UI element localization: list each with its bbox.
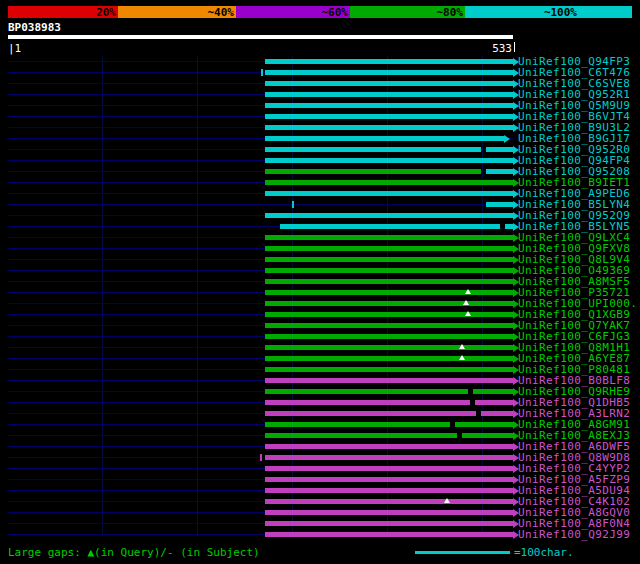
hit-bar-segment[interactable] <box>265 169 480 174</box>
hit-start-tick <box>260 454 262 461</box>
grid-line <box>102 56 103 536</box>
query-gap-triangle-icon <box>459 355 465 360</box>
query-gap-triangle-icon <box>444 498 450 503</box>
gap-block <box>457 433 462 438</box>
hit-bar-segment[interactable] <box>265 455 513 460</box>
query-gap-triangle-icon <box>463 300 469 305</box>
blast-overview-screen: 20%~40%~60%~80%~100% BP038983 |1 533 Uni… <box>0 0 640 564</box>
hit-bar-segment[interactable] <box>265 59 513 64</box>
gap-block <box>476 411 481 416</box>
hit-bar-segment[interactable] <box>265 191 513 196</box>
hit-bar-segment[interactable] <box>265 499 513 504</box>
hit-bar-segment[interactable] <box>265 213 513 218</box>
hit-bar-segment[interactable] <box>265 268 513 273</box>
hit-bar-segment[interactable] <box>265 466 513 471</box>
hit-bar-segment[interactable] <box>265 257 513 262</box>
hit-bar-segment[interactable] <box>265 510 513 515</box>
query-gap-triangle-icon <box>459 344 465 349</box>
hit-bar-segment[interactable] <box>265 367 513 372</box>
gap-block <box>468 389 473 394</box>
hit-bar-segment[interactable] <box>265 521 513 526</box>
hit-bar-segment[interactable] <box>265 114 513 119</box>
hit-bar-segment[interactable] <box>486 202 513 207</box>
gap-block <box>450 422 455 427</box>
hit-bar-segment[interactable] <box>265 136 504 141</box>
hit-bar-segment[interactable] <box>265 433 513 438</box>
hit-bar-segment[interactable] <box>265 422 513 427</box>
hit-bar-segment[interactable] <box>265 246 513 251</box>
hit-bar-segment[interactable] <box>265 235 513 240</box>
scale-legend-label: =100char. <box>514 546 574 559</box>
hit-bar-segment[interactable] <box>265 532 513 537</box>
hit-bar-segment[interactable] <box>280 224 513 229</box>
hit-arrowhead[interactable] <box>504 135 510 143</box>
hit-bar-segment[interactable] <box>265 444 513 449</box>
hit-bar-segment[interactable] <box>265 70 513 75</box>
hit-bar-segment[interactable] <box>265 400 513 405</box>
hit-bar-segment[interactable] <box>486 169 513 174</box>
hit-bar-segment[interactable] <box>265 81 513 86</box>
hit-bar-segment[interactable] <box>265 378 513 383</box>
hit-bar-segment[interactable] <box>265 279 513 284</box>
hit-start-tick <box>261 69 263 76</box>
hit-bar-segment[interactable] <box>265 92 513 97</box>
alignment-plot: UniRef100_Q94FP3UniRef100_C6T476UniRef10… <box>0 0 640 564</box>
hit-bar-segment[interactable] <box>265 334 513 339</box>
hit-bar-segment[interactable] <box>265 488 513 493</box>
row-baseline <box>8 204 513 205</box>
hit-bar-segment[interactable] <box>265 147 480 152</box>
hit-bar-segment[interactable] <box>265 125 513 130</box>
hit-bar-segment[interactable] <box>265 103 513 108</box>
hit-bar-segment[interactable] <box>265 312 513 317</box>
hit-bar-segment[interactable] <box>265 180 513 185</box>
gap-block <box>470 400 475 405</box>
hit-bar-segment[interactable] <box>265 158 513 163</box>
hit-start-tick <box>292 201 294 208</box>
hit-bar-segment[interactable] <box>265 323 513 328</box>
hit-bar-segment[interactable] <box>265 389 513 394</box>
hit-bar-segment[interactable] <box>265 356 513 361</box>
hit-bar-segment[interactable] <box>265 290 513 295</box>
gap-block <box>500 224 505 229</box>
query-gap-triangle-icon <box>465 289 471 294</box>
gaps-legend: Large gaps: ▲(in Query)/- (in Subject) <box>8 546 260 559</box>
hit-bar-segment[interactable] <box>265 301 513 306</box>
hit-bar-segment[interactable] <box>486 147 513 152</box>
hit-bar-segment[interactable] <box>265 345 513 350</box>
hit-label[interactable]: UniRef100_Q92J99 <box>518 529 630 540</box>
hit-bar-segment[interactable] <box>265 477 513 482</box>
scale-legend-swatch <box>415 551 510 554</box>
query-gap-triangle-icon <box>465 311 471 316</box>
grid-line <box>197 56 198 536</box>
